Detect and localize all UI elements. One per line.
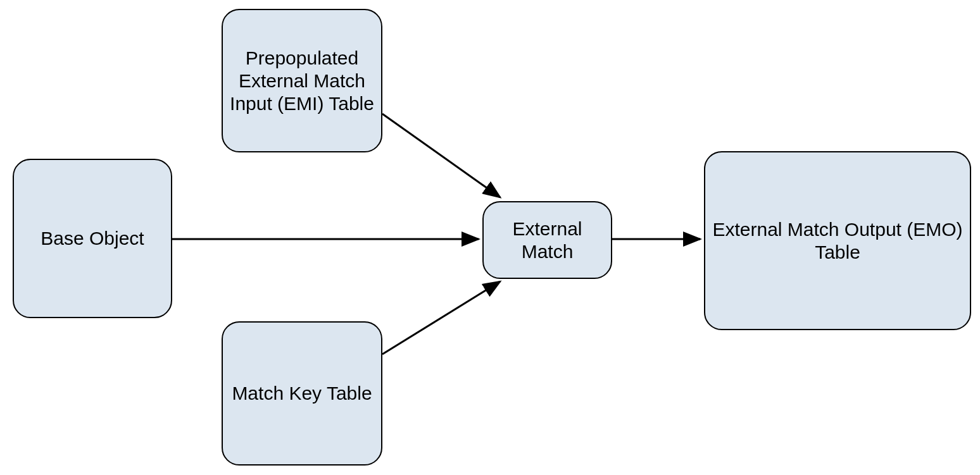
emo-table-node: External Match Output (EMO) Table xyxy=(704,151,971,330)
match-key-table-node: Match Key Table xyxy=(222,321,382,466)
external-match-node: External Match xyxy=(482,201,612,279)
base-object-label: Base Object xyxy=(35,222,149,255)
base-object-node: Base Object xyxy=(13,159,172,318)
emo-table-label: External Match Output (EMO) Table xyxy=(705,213,970,269)
arrow-matchkey-to-match xyxy=(382,281,500,354)
match-key-table-label: Match Key Table xyxy=(227,377,377,410)
external-match-label: External Match xyxy=(484,213,611,268)
emi-table-node: Prepopulated External Match Input (EMI) … xyxy=(222,9,382,152)
arrow-emi-to-match xyxy=(382,114,500,197)
emi-table-label: Prepopulated External Match Input (EMI) … xyxy=(223,42,381,120)
